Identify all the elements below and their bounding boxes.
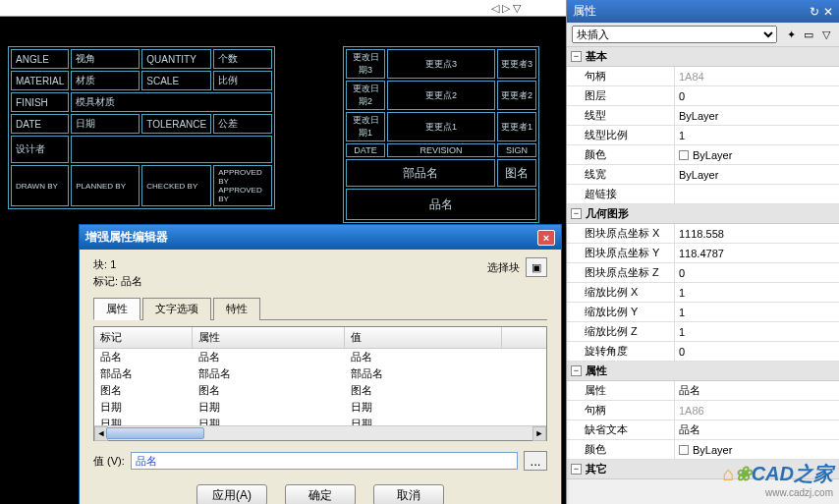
- ok-button[interactable]: 确定: [285, 484, 356, 504]
- refresh-icon[interactable]: ↻: [810, 5, 819, 19]
- property-grid: −基本 句柄1A84 图层0 线型ByLayer 线型比例1 颜色ByLayer…: [567, 47, 839, 479]
- col-value[interactable]: 值: [345, 327, 502, 348]
- dialog-titlebar[interactable]: 增强属性编辑器 ×: [80, 225, 561, 250]
- list-item[interactable]: 部品名部品名部品名: [94, 365, 546, 382]
- properties-titlebar: 属性 ↻✕: [567, 0, 839, 23]
- collapse-icon[interactable]: −: [571, 464, 582, 475]
- object-type-select[interactable]: 块插入: [572, 26, 777, 43]
- apply-button[interactable]: 应用(A): [196, 484, 267, 504]
- pick-icon[interactable]: ▭: [801, 27, 816, 42]
- select-block-button[interactable]: ▣: [526, 257, 547, 277]
- list-item[interactable]: 图名图名图名: [94, 382, 546, 399]
- section-basic[interactable]: −基本: [567, 47, 839, 67]
- section-attributes[interactable]: −属性: [567, 362, 839, 381]
- col-tag[interactable]: 标记: [94, 327, 193, 348]
- properties-title: 属性: [573, 3, 596, 20]
- list-item[interactable]: 品名品名品名: [94, 349, 546, 365]
- title-block-left: ANGLE视角QUANTITY个数 MATERIAL材质SCALE比例 FINI…: [8, 46, 275, 209]
- properties-panel: 属性 ↻✕ 块插入 ✦ ▭ ▽ −基本 句柄1A84 图层0 线型ByLayer…: [566, 0, 839, 504]
- nav-arrows[interactable]: ◁ ▷ ▽: [491, 2, 521, 15]
- col-prompt[interactable]: 属性: [193, 327, 345, 348]
- section-geometry[interactable]: −几何图形: [567, 204, 839, 224]
- cancel-button[interactable]: 取消: [373, 484, 444, 504]
- dialog-tabs: 属性 文字选项 特性: [93, 297, 547, 320]
- color-swatch: [679, 150, 689, 160]
- quick-select-icon[interactable]: ✦: [783, 27, 799, 42]
- collapse-icon[interactable]: −: [571, 365, 582, 376]
- attribute-list: 标记 属性 值 品名品名品名 部品名部品名部品名 图名图名图名 日期日期日期 日…: [93, 326, 547, 441]
- browse-button[interactable]: ...: [524, 451, 547, 471]
- collapse-icon[interactable]: −: [571, 51, 582, 62]
- color-swatch: [679, 445, 689, 455]
- tab-properties[interactable]: 特性: [213, 298, 260, 320]
- value-input[interactable]: [131, 452, 518, 470]
- scroll-thumb[interactable]: [106, 427, 204, 439]
- horizontal-scrollbar[interactable]: ◄ ►: [94, 425, 546, 440]
- enhanced-attribute-editor-dialog: 增强属性编辑器 × 块: 1 标记: 品名 选择块 ▣ 属性 文字选项 特性 标…: [79, 224, 562, 504]
- value-label: 值 (V):: [93, 454, 125, 469]
- tb-angle-label: ANGLE: [11, 49, 69, 69]
- tab-attributes[interactable]: 属性: [93, 298, 140, 320]
- collapse-icon[interactable]: −: [571, 208, 582, 219]
- list-item[interactable]: 日期日期日期: [94, 399, 546, 416]
- scroll-right-icon[interactable]: ►: [532, 426, 546, 441]
- watermark-logo: ⌂❀CAD之家 www.cadzj.com: [723, 461, 833, 498]
- select-block-label: 选择块: [487, 260, 520, 275]
- close-button[interactable]: ×: [537, 230, 555, 246]
- close-icon[interactable]: ✕: [823, 5, 833, 19]
- list-item[interactable]: 日期日期日期: [94, 416, 546, 425]
- tab-text-options[interactable]: 文字选项: [142, 298, 211, 320]
- filter-icon[interactable]: ▽: [818, 27, 834, 42]
- dialog-title: 增强属性编辑器: [85, 229, 168, 246]
- title-block-right: 更改日期3更更点3更更者3 更改日期2更更点2更更者2 更改日期1更更点1更更者…: [343, 46, 539, 223]
- properties-toolbar: 块插入 ✦ ▭ ▽: [567, 23, 839, 47]
